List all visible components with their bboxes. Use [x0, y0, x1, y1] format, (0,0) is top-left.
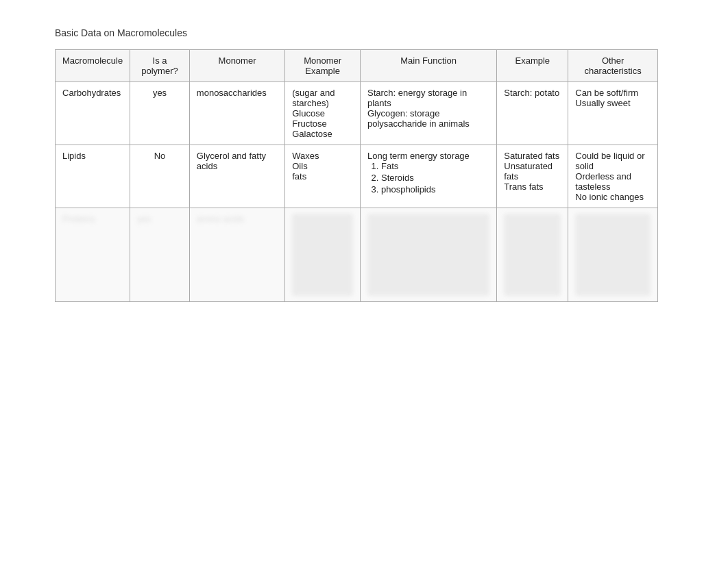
- lipids-function-list: Fats Steroids phospholipids: [367, 161, 489, 195]
- cell-lipids-name: Lipids: [56, 145, 130, 208]
- cell-proteins-other: [568, 208, 658, 302]
- proteins-other-blurred: [575, 214, 651, 296]
- col-header-is-polymer: Is a polymer?: [130, 50, 190, 82]
- proteins-monomer-blurred: amino acids: [197, 214, 278, 224]
- macromolecules-table: Macromolecule Is a polymer? Monomer Mono…: [55, 49, 658, 302]
- carbo-example-text: (sugar and starches)GlucoseFructoseGalac…: [292, 88, 335, 139]
- list-item-phospholipids: phospholipids: [381, 184, 489, 195]
- lipids-example-items: Saturated fatsUnsaturated fatsTrans fats: [504, 151, 559, 192]
- cell-lipids-monomer-example: WaxesOilsfats: [285, 145, 361, 208]
- carbo-function-text: Starch: energy storage in plantsGlycogen…: [367, 88, 470, 129]
- table-row-lipids: Lipids No Glycerol and fatty acids Waxes…: [56, 145, 658, 208]
- lipids-function-prefix: Long term energy storage: [367, 151, 470, 161]
- cell-lipids-other: Could be liquid or solidOrderless and ta…: [568, 145, 658, 208]
- cell-lipids-monomer: Glycerol and fatty acids: [189, 145, 284, 208]
- proteins-name-blurred: Proteins: [62, 214, 123, 224]
- page-container: Basic Data on Macromolecules Macromolecu…: [0, 0, 728, 563]
- cell-lipids-example: Saturated fatsUnsaturated fatsTrans fats: [497, 145, 568, 208]
- list-item-fats: Fats: [381, 161, 489, 171]
- table-row-carbohydrates: Carbohydrates yes monosaccharides (sugar…: [56, 82, 658, 145]
- col-header-example: Example: [497, 50, 568, 82]
- col-header-other: Other characteristics: [568, 50, 658, 82]
- cell-carbohydrates-example: Starch: potato: [497, 82, 568, 145]
- cell-proteins-name: Proteins: [56, 208, 130, 302]
- cell-proteins-monomer: amino acids: [189, 208, 284, 302]
- table-header-row: Macromolecule Is a polymer? Monomer Mono…: [56, 50, 658, 82]
- list-item-steroids: Steroids: [381, 173, 489, 183]
- cell-carbohydrates-other: Can be soft/firmUsually sweet: [568, 82, 658, 145]
- lipids-example-text: WaxesOilsfats: [292, 151, 319, 182]
- cell-lipids-polymer: No: [130, 145, 190, 208]
- lipids-other-text: Could be liquid or solidOrderless and ta…: [575, 151, 644, 202]
- page-title: Basic Data on Macromolecules: [55, 27, 673, 38]
- cell-proteins-monomer-example: [285, 208, 361, 302]
- cell-proteins-polymer: yes: [130, 208, 190, 302]
- col-header-main-function: Main Function: [360, 50, 496, 82]
- col-header-monomer: Monomer: [189, 50, 284, 82]
- table-row-proteins: Proteins yes amino acids: [56, 208, 658, 302]
- cell-proteins-example: [497, 208, 568, 302]
- cell-carbohydrates-monomer-example: (sugar and starches)GlucoseFructoseGalac…: [285, 82, 361, 145]
- cell-lipids-function: Long term energy storage Fats Steroids p…: [360, 145, 496, 208]
- proteins-example-val-blurred: [504, 214, 561, 296]
- cell-carbohydrates-polymer: yes: [130, 82, 190, 145]
- proteins-polymer-blurred: yes: [137, 214, 182, 224]
- cell-carbohydrates-monomer: monosaccharides: [189, 82, 284, 145]
- proteins-example-blurred: [292, 214, 353, 296]
- col-header-macromolecule: Macromolecule: [56, 50, 130, 82]
- cell-carbohydrates-name: Carbohydrates: [56, 82, 130, 145]
- proteins-function-blurred: [367, 214, 489, 296]
- cell-proteins-function: [360, 208, 496, 302]
- col-header-monomer-example: Monomer Example: [285, 50, 361, 82]
- cell-carbohydrates-function: Starch: energy storage in plantsGlycogen…: [360, 82, 496, 145]
